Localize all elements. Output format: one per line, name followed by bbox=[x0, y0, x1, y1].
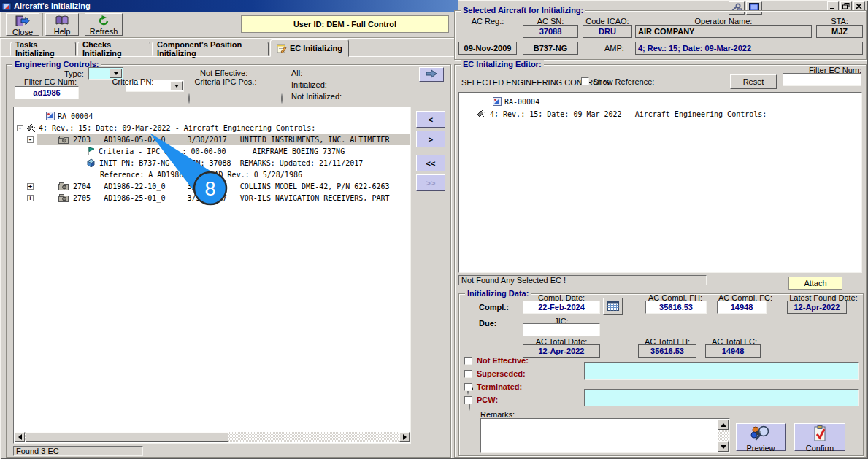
refresh-button[interactable]: Refresh bbox=[85, 13, 123, 36]
ac-reg-label: AC Reg.: bbox=[458, 17, 517, 26]
initializing-data-title: Initializing Data: bbox=[465, 289, 531, 298]
attach-button[interactable]: Attach bbox=[788, 277, 842, 290]
tree-expander[interactable]: + bbox=[27, 183, 34, 190]
show-reference-label: Show Reference: bbox=[593, 77, 654, 86]
superseded-checkbox[interactable] bbox=[464, 370, 472, 378]
tree-row-label[interactable]: RA-00004 bbox=[58, 112, 93, 120]
confirm-button[interactable]: Confirm bbox=[794, 423, 845, 451]
filter-ec-num-input-wrap bbox=[15, 86, 79, 99]
filter-ec-num-input[interactable] bbox=[15, 87, 78, 99]
preview-button-label: Preview bbox=[746, 444, 775, 452]
move-left-button[interactable]: < bbox=[416, 111, 445, 128]
show-reference-checkbox[interactable] bbox=[581, 77, 589, 85]
scrollbar-thumb[interactable] bbox=[26, 432, 228, 442]
help-button[interactable]: Help bbox=[45, 13, 79, 36]
tree-expander[interactable]: - bbox=[17, 125, 23, 131]
preview-icon bbox=[749, 425, 772, 444]
tree-row: INIT PN: B737-NG SN: 37088 REMARKS: Upda… bbox=[87, 157, 363, 169]
tree-row: 4; Rev.: 15; Date: 09-Mar-2022 - Aircraf… bbox=[477, 108, 767, 120]
criteria-flag-icon bbox=[87, 147, 95, 155]
reset-button[interactable]: Reset bbox=[730, 74, 777, 89]
jic-input[interactable] bbox=[523, 324, 599, 336]
criteria-ipc-label: Criteria IPC Pos.: bbox=[186, 77, 265, 86]
scroll-up-arrow[interactable] bbox=[718, 420, 729, 430]
tree-row-label[interactable]: 2705 AD1986-25-01_0 3/30/2017 VOR-ILS NA… bbox=[73, 194, 389, 202]
not-effective-radio[interactable] bbox=[188, 93, 190, 104]
editor-filter-input-wrap bbox=[783, 73, 861, 86]
window-title: Aircraft's Initializing bbox=[14, 1, 91, 10]
tree-row-label[interactable]: Criteria - IPC Pos.: 00-00-00 AIRFRAME B… bbox=[99, 147, 345, 155]
filter-ec-num-label: Filter EC Num: bbox=[20, 77, 80, 86]
terminated-checkbox-label: Terminated: bbox=[477, 382, 522, 391]
scroll-down-arrow[interactable] bbox=[718, 441, 729, 452]
not-effective-radio-label: Not Effective: bbox=[200, 69, 247, 77]
ec-editor-title: EC Initalizing Editor: bbox=[461, 60, 544, 69]
close-icon bbox=[15, 15, 30, 28]
apply-filter-button[interactable] bbox=[419, 67, 444, 82]
ac-model-value: B737-NG bbox=[523, 42, 578, 55]
aircraft-initializing-window: Aircraft's Initializing Close Help Refre… bbox=[0, 0, 868, 459]
tree-expander[interactable]: - bbox=[27, 136, 34, 143]
editor-status: Not Found Any Selected EC ! bbox=[458, 275, 707, 285]
ec-tree[interactable]: RA-00004 - 4; Rev.: 15; Date: 09-Mar-202… bbox=[13, 107, 411, 444]
calendar-button[interactable] bbox=[603, 298, 623, 315]
move-all-left-button[interactable]: << bbox=[416, 155, 445, 171]
latest-found-date-value: 12-Apr-2022 bbox=[787, 301, 847, 314]
tree-row-label[interactable]: 4; Rev.: 15; Date: 09-Mar-2022 - Aircraf… bbox=[39, 124, 315, 132]
sta-value: MJZ bbox=[816, 25, 863, 38]
tree-row: Criteria - IPC Pos.: 00-00-00 AIRFRAME B… bbox=[87, 145, 345, 157]
move-right-button[interactable]: > bbox=[416, 131, 445, 147]
app-icon bbox=[2, 2, 12, 11]
remarks-textarea[interactable] bbox=[480, 418, 730, 453]
terminated-checkbox[interactable] bbox=[464, 383, 472, 391]
tree-row: - 4; Rev.: 15; Date: 09-Mar-2022 - Aircr… bbox=[17, 122, 315, 134]
tree-row-selected-content[interactable]: 2703 AD1986-05-02_0 3/30/2017 UNITED INS… bbox=[37, 134, 410, 145]
ac-compl-fc-input-wrap bbox=[717, 301, 767, 314]
tree-expander[interactable]: + bbox=[27, 195, 34, 201]
compl-date-input[interactable] bbox=[523, 301, 599, 313]
ac-compl-fh-input[interactable] bbox=[646, 301, 706, 313]
confirm-button-label: Confirm bbox=[806, 444, 834, 452]
pcw-checkbox[interactable] bbox=[464, 396, 472, 404]
tree-row: RA-00004 bbox=[493, 96, 539, 107]
editor-filter-ec-input[interactable] bbox=[783, 74, 861, 85]
type2-combo-arrow[interactable] bbox=[170, 81, 183, 90]
tree-row-label[interactable]: INIT PN: B737-NG SN: 37088 REMARKS: Upda… bbox=[99, 159, 363, 167]
refresh-icon bbox=[98, 15, 110, 27]
tab-tasks-initializing[interactable]: Tasks Initializing bbox=[10, 42, 76, 56]
calendar-icon bbox=[607, 301, 619, 312]
scroll-right-arrow[interactable] bbox=[399, 432, 410, 442]
help-icon bbox=[55, 15, 69, 27]
all-radio[interactable] bbox=[281, 93, 283, 104]
close-button-label: Close bbox=[12, 28, 33, 36]
not-effective-checkbox[interactable] bbox=[464, 357, 472, 365]
editor-tree[interactable]: RA-00004 4; Rev.: 15; Date: 09-Mar-2022 … bbox=[458, 92, 862, 273]
tree-hscrollbar[interactable] bbox=[15, 432, 410, 442]
tab-components-position-initializing[interactable]: Component's Position Initializing bbox=[152, 42, 269, 56]
ac-total-date-value: 12-Apr-2022 bbox=[523, 344, 600, 358]
move-all-right-button[interactable]: >> bbox=[416, 174, 445, 191]
tab-ec-initializing[interactable]: EC Initializing bbox=[270, 39, 349, 57]
scroll-left-arrow[interactable] bbox=[15, 432, 25, 442]
tree-row-label[interactable]: 2704 AD1986-22-10_0 3/30/2017 COLLINS MO… bbox=[73, 182, 389, 190]
tab-checks-initializing[interactable]: Checks Initializing bbox=[77, 42, 150, 56]
code-icao-value: DRU bbox=[583, 25, 632, 38]
ac-compl-fc-input[interactable] bbox=[718, 301, 766, 313]
user-id-banner: User ID: DEM - Full Control bbox=[241, 15, 449, 33]
tree-row-label[interactable]: 2703 AD1986-05-02_0 3/30/2017 UNITED INS… bbox=[73, 136, 389, 144]
superseded-field[interactable] bbox=[584, 362, 859, 380]
tree-row-label[interactable]: RA-00004 bbox=[504, 98, 539, 106]
preview-button[interactable]: Preview bbox=[736, 423, 786, 451]
tree-row-label[interactable]: Reference: A AD1986-05-02 AD Rev.: 0 5/2… bbox=[100, 171, 302, 179]
ec-count-status: Found 3 EC bbox=[13, 446, 143, 456]
tree-row-label[interactable]: 4; Rev.: 15; Date: 09-Mar-2022 - Aircraf… bbox=[490, 110, 767, 118]
ac-compl-fh-input-wrap bbox=[645, 301, 707, 314]
tree-row: Reference: A AD1986-05-02 AD Rev.: 0 5/2… bbox=[100, 169, 302, 180]
close-button[interactable]: Close bbox=[6, 13, 39, 36]
ec-item-icon bbox=[58, 136, 69, 144]
ac-reg-date-value: 09-Nov-2009 bbox=[458, 42, 517, 55]
remarks-vscrollbar[interactable] bbox=[718, 420, 729, 452]
pcw-field[interactable] bbox=[584, 389, 859, 406]
ec-item-icon bbox=[58, 194, 69, 202]
amp-label: AMP: bbox=[604, 44, 624, 53]
